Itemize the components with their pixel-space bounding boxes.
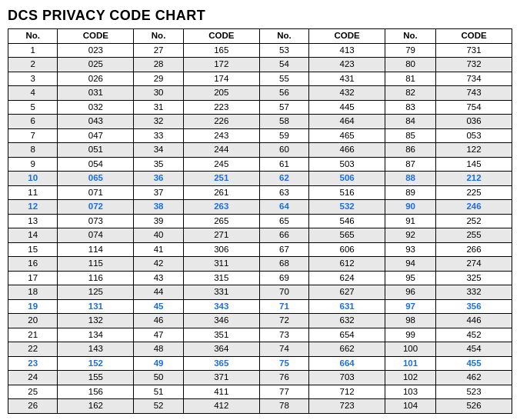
row-number: 79 — [385, 43, 436, 58]
dcs-code: 243 — [183, 128, 259, 143]
row-number: 74 — [259, 342, 308, 357]
row-number: 76 — [259, 371, 308, 385]
table-row: 19131453437163197356 — [8, 299, 512, 314]
dcs-code: 165 — [183, 43, 259, 58]
row-number: 22 — [8, 342, 58, 357]
dcs-code: 664 — [309, 356, 385, 371]
dcs-code: 356 — [436, 299, 512, 314]
row-number: 36 — [134, 172, 183, 186]
table-row: 251565141177712103523 — [8, 385, 512, 399]
table-row: 13073392656554691252 — [8, 214, 512, 228]
row-number: 2 — [8, 58, 58, 72]
dcs-code: 071 — [58, 185, 134, 200]
dcs-code: 054 — [58, 157, 134, 172]
dcs-code: 122 — [436, 143, 512, 158]
row-number: 90 — [385, 200, 436, 215]
dcs-code: 754 — [436, 100, 512, 115]
table-row: 10065362516250688212 — [8, 172, 512, 186]
row-number: 92 — [385, 228, 436, 243]
table-row: 8051342446046686122 — [8, 143, 512, 158]
dcs-code: 532 — [309, 200, 385, 215]
dcs-code: 225 — [436, 185, 512, 200]
dcs-code: 223 — [183, 100, 259, 115]
dcs-code: 261 — [183, 185, 259, 200]
dcs-code: 631 — [309, 299, 385, 314]
dcs-code: 074 — [58, 228, 134, 243]
dcs-code: 454 — [436, 342, 512, 357]
dcs-code: 125 — [58, 285, 134, 300]
table-row: 2025281725442380732 — [8, 58, 512, 72]
table-row: 261625241278723104526 — [8, 399, 512, 414]
row-number: 95 — [385, 271, 436, 285]
row-number: 62 — [259, 172, 308, 186]
row-number: 29 — [134, 72, 183, 86]
dcs-code: 032 — [58, 100, 134, 115]
dcs-code: 703 — [309, 371, 385, 385]
row-number: 68 — [259, 257, 308, 272]
row-number: 48 — [134, 342, 183, 357]
row-number: 13 — [8, 214, 58, 228]
row-number: 89 — [385, 185, 436, 200]
dcs-code: 115 — [58, 257, 134, 272]
row-number: 88 — [385, 172, 436, 186]
dcs-code: 246 — [436, 200, 512, 215]
dcs-code: 152 — [58, 356, 134, 371]
row-number: 80 — [385, 58, 436, 72]
dcs-code: 565 — [309, 228, 385, 243]
dcs-code: 432 — [309, 86, 385, 101]
dcs-code: 743 — [436, 86, 512, 101]
table-row: 12072382636453290246 — [8, 200, 512, 215]
row-number: 16 — [8, 257, 58, 272]
table-row: 241555037176703102462 — [8, 371, 512, 385]
dcs-code: 526 — [436, 399, 512, 414]
row-number: 99 — [385, 328, 436, 342]
column-header: CODE — [183, 29, 259, 44]
row-number: 75 — [259, 356, 308, 371]
dcs-code: 271 — [183, 228, 259, 243]
dcs-code: 026 — [58, 72, 134, 86]
dcs-code: 365 — [183, 356, 259, 371]
table-row: 1023271655341379731 — [8, 43, 512, 58]
row-number: 66 — [259, 228, 308, 243]
dcs-code: 025 — [58, 58, 134, 72]
row-number: 49 — [134, 356, 183, 371]
row-number: 85 — [385, 128, 436, 143]
row-number: 7 — [8, 128, 58, 143]
dcs-code: 311 — [183, 257, 259, 272]
dcs-code: 411 — [183, 385, 259, 399]
dcs-code: 255 — [436, 228, 512, 243]
row-number: 102 — [385, 371, 436, 385]
row-number: 47 — [134, 328, 183, 342]
dcs-code: 466 — [309, 143, 385, 158]
row-number: 100 — [385, 342, 436, 357]
row-number: 61 — [259, 157, 308, 172]
row-number: 59 — [259, 128, 308, 143]
dcs-code: 662 — [309, 342, 385, 357]
dcs-code: 732 — [436, 58, 512, 72]
row-number: 8 — [8, 143, 58, 158]
table-row: 21134473517365499452 — [8, 328, 512, 342]
column-header: No. — [259, 29, 308, 44]
dcs-code: 073 — [58, 214, 134, 228]
dcs-code: 506 — [309, 172, 385, 186]
row-number: 40 — [134, 228, 183, 243]
row-number: 9 — [8, 157, 58, 172]
dcs-code: 346 — [183, 314, 259, 328]
dcs-code: 116 — [58, 271, 134, 285]
dcs-code: 145 — [436, 157, 512, 172]
row-number: 21 — [8, 328, 58, 342]
row-number: 84 — [385, 115, 436, 129]
dcs-code-table: No.CODENo.CODENo.CODENo.CODE 10232716553… — [8, 28, 512, 414]
dcs-code: 114 — [58, 242, 134, 257]
row-number: 83 — [385, 100, 436, 115]
row-number: 70 — [259, 285, 308, 300]
dcs-code: 723 — [309, 399, 385, 414]
row-number: 31 — [134, 100, 183, 115]
row-number: 94 — [385, 257, 436, 272]
dcs-code: 546 — [309, 214, 385, 228]
dcs-code: 612 — [309, 257, 385, 272]
dcs-code: 047 — [58, 128, 134, 143]
table-row: 221434836474662100454 — [8, 342, 512, 357]
dcs-code: 226 — [183, 115, 259, 129]
column-header: No. — [134, 29, 183, 44]
